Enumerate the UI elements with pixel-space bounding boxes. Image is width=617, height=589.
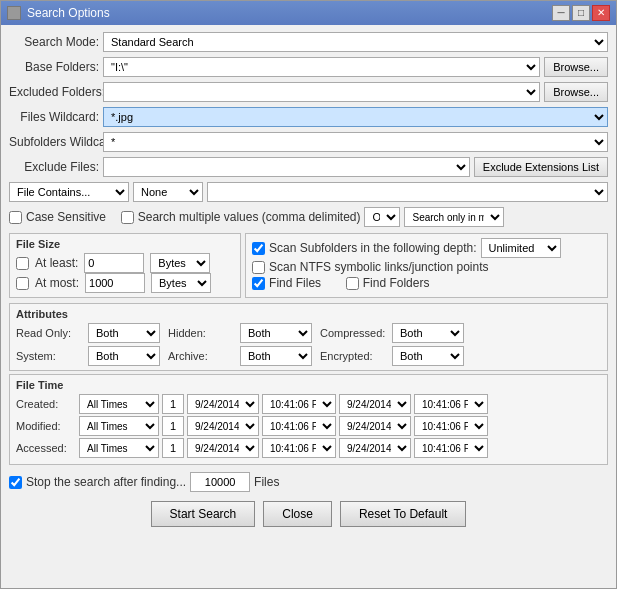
archive-select[interactable]: BothYesNo [240, 346, 312, 366]
maximize-button[interactable]: □ [572, 5, 590, 21]
scan-subfolders-row: Scan Subfolders in the following depth: … [252, 238, 601, 258]
search-mode-row: Search Mode: Standard Search RegEx Searc… [9, 31, 608, 53]
files-wildcard-input[interactable]: *.jpg [103, 107, 608, 127]
subfolders-wildcard-row: Subfolders Wildcard: * [9, 131, 608, 153]
modified-time-select[interactable]: All TimesBeforeAfterBetween [79, 416, 159, 436]
compressed-select[interactable]: BothYesNo [392, 323, 464, 343]
created-time1[interactable]: 10:41:06 P [262, 394, 336, 414]
window-title: Search Options [27, 6, 110, 20]
find-files-checkbox[interactable] [252, 277, 265, 290]
accessed-time-row: Accessed: All TimesBeforeAfterBetween 9/… [16, 438, 601, 458]
created-label: Created: [16, 398, 76, 410]
read-only-select[interactable]: BothYesNo [88, 323, 160, 343]
accessed-date2[interactable]: 9/24/2014 [339, 438, 411, 458]
case-sensitive-label: Case Sensitive [26, 210, 106, 224]
stop-search-label-after: Files [254, 475, 279, 489]
accessed-time2[interactable]: 10:41:06 P [414, 438, 488, 458]
or-select[interactable]: Or And [364, 207, 400, 227]
scan-ntfs-row: Scan NTFS symbolic links/junction points [252, 260, 601, 274]
start-search-button[interactable]: Start Search [151, 501, 256, 527]
accessed-time-select[interactable]: All TimesBeforeAfterBetween [79, 438, 159, 458]
base-folders-browse[interactable]: Browse... [544, 57, 608, 77]
search-options-window: Search Options ─ □ ✕ Search Mode: Standa… [0, 0, 617, 589]
file-time-title: File Time [16, 379, 601, 391]
modified-date1[interactable]: 9/24/2014 [187, 416, 259, 436]
system-attr: System: BothYesNo [16, 346, 160, 366]
stop-search-row: Stop the search after finding... Files [9, 472, 608, 492]
minimize-button[interactable]: ─ [552, 5, 570, 21]
file-contains-select2[interactable]: None Text Binary [133, 182, 203, 202]
at-least-value[interactable] [84, 253, 144, 273]
exclude-files-label: Exclude Files: [9, 160, 99, 174]
attributes-section: Attributes Read Only: BothYesNo Hidden: … [9, 303, 608, 371]
attributes-row2: System: BothYesNo Archive: BothYesNo Enc… [16, 346, 601, 366]
search-mode-select[interactable]: Standard Search RegEx Search Advanced Se… [103, 32, 608, 52]
title-bar: Search Options ─ □ ✕ [1, 1, 616, 25]
system-select[interactable]: BothYesNo [88, 346, 160, 366]
at-most-checkbox[interactable] [16, 277, 29, 290]
depth-select[interactable]: Unlimited123 [481, 238, 561, 258]
search-multiple-checkbox[interactable] [121, 211, 134, 224]
case-sensitive-checkbox[interactable] [9, 211, 22, 224]
created-num[interactable] [162, 394, 184, 414]
modified-date2[interactable]: 9/24/2014 [339, 416, 411, 436]
archive-attr: Archive: BothYesNo [168, 346, 312, 366]
modified-time1[interactable]: 10:41:06 P [262, 416, 336, 436]
at-least-unit[interactable]: BytesKBMBGB [150, 253, 210, 273]
at-most-unit[interactable]: BytesKBMBGB [151, 273, 211, 293]
at-most-value[interactable] [85, 273, 145, 293]
exclude-extensions-btn[interactable]: Exclude Extensions List [474, 157, 608, 177]
subfolders-wildcard-input[interactable]: * [103, 132, 608, 152]
scan-options-section: Scan Subfolders in the following depth: … [245, 233, 608, 298]
scan-subfolders-checkbox[interactable] [252, 242, 265, 255]
exclude-files-row: Exclude Files: Exclude Extensions List [9, 156, 608, 178]
find-folders-label: Find Folders [363, 276, 430, 290]
created-time2[interactable]: 10:41:06 P [414, 394, 488, 414]
hidden-select[interactable]: BothYesNo [240, 323, 312, 343]
hidden-attr: Hidden: BothYesNo [168, 323, 312, 343]
file-contains-select1[interactable]: File Contains... File Does Not Contain [9, 182, 129, 202]
action-buttons: Start Search Close Reset To Default [9, 501, 608, 533]
excluded-folders-input[interactable] [103, 82, 540, 102]
find-folders-checkbox[interactable] [346, 277, 359, 290]
excluded-folders-browse[interactable]: Browse... [544, 82, 608, 102]
exclude-files-input[interactable] [103, 157, 470, 177]
accessed-num[interactable] [162, 438, 184, 458]
close-window-button[interactable]: ✕ [592, 5, 610, 21]
archive-label: Archive: [168, 350, 236, 362]
modified-time2[interactable]: 10:41:06 P [414, 416, 488, 436]
files-wildcard-label: Files Wildcard: [9, 110, 99, 124]
encrypted-select[interactable]: BothYesNo [392, 346, 464, 366]
base-folders-input[interactable]: "I:\" [103, 57, 540, 77]
close-button[interactable]: Close [263, 501, 332, 527]
scan-ntfs-checkbox[interactable] [252, 261, 265, 274]
created-date2[interactable]: 9/24/2014 [339, 394, 411, 414]
search-mode-label: Search Mode: [9, 35, 99, 49]
created-date1[interactable]: 9/24/2014 [187, 394, 259, 414]
stop-search-value[interactable] [190, 472, 250, 492]
at-most-label: At most: [35, 276, 79, 290]
created-time-select[interactable]: All TimesBeforeAfterBetween [79, 394, 159, 414]
compressed-label: Compressed: [320, 327, 388, 339]
search-major-select[interactable]: Search only in major stre. [404, 207, 504, 227]
find-files-label: Find Files [269, 276, 321, 290]
attributes-row1: Read Only: BothYesNo Hidden: BothYesNo C… [16, 323, 601, 343]
reset-button[interactable]: Reset To Default [340, 501, 467, 527]
case-sensitive-row: Case Sensitive Search multiple values (c… [9, 206, 608, 228]
compressed-attr: Compressed: BothYesNo [320, 323, 464, 343]
at-least-checkbox[interactable] [16, 257, 29, 270]
hidden-label: Hidden: [168, 327, 236, 339]
scan-ntfs-label: Scan NTFS symbolic links/junction points [269, 260, 488, 274]
created-time-row: Created: All TimesBeforeAfterBetween 9/2… [16, 394, 601, 414]
file-size-title: File Size [16, 238, 234, 250]
read-only-label: Read Only: [16, 327, 84, 339]
system-label: System: [16, 350, 84, 362]
accessed-time1[interactable]: 10:41:06 P [262, 438, 336, 458]
stop-search-checkbox[interactable] [9, 476, 22, 489]
file-contains-value[interactable] [207, 182, 608, 202]
modified-num[interactable] [162, 416, 184, 436]
encrypted-attr: Encrypted: BothYesNo [320, 346, 464, 366]
accessed-date1[interactable]: 9/24/2014 [187, 438, 259, 458]
content-area: Search Mode: Standard Search RegEx Searc… [1, 25, 616, 588]
find-files-folders-row: Find Files Find Folders [252, 276, 601, 290]
